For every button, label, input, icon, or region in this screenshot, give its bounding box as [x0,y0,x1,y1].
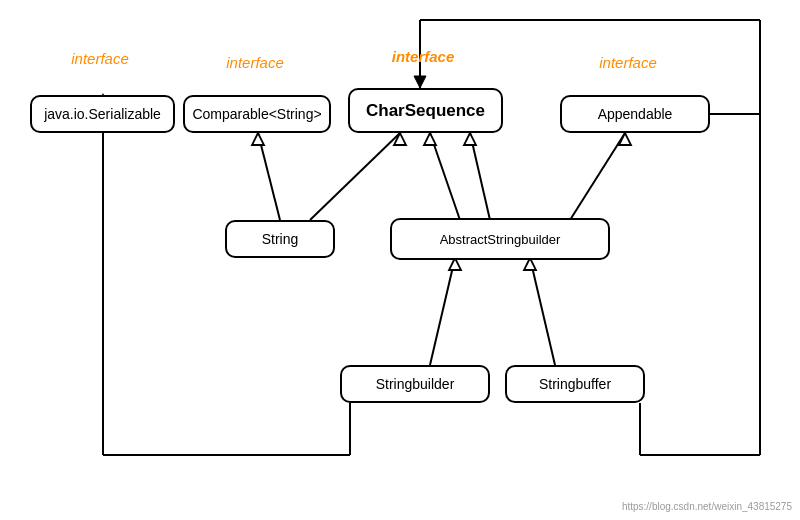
comparable-node: Comparable<String> [183,95,331,133]
stringbuffer-label: Stringbuffer [539,376,611,392]
abstractstringbuilder-label: AbstractStringbuilder [440,232,561,247]
appendable-node: Appendable [560,95,710,133]
string-label: String [262,231,299,247]
watermark: https://blog.csdn.net/weixin_43815275 [622,501,792,512]
charsequence-label: CharSequence [366,101,485,121]
stringbuilder-label: Stringbuilder [376,376,455,392]
stringbuilder-node: Stringbuilder [340,365,490,403]
serializable-label: java.io.Serializable [44,106,161,122]
svg-marker-11 [464,133,476,145]
svg-line-6 [310,133,400,220]
svg-marker-5 [252,133,264,145]
string-node: String [225,220,335,258]
charsequence-node: CharSequence [348,88,503,133]
comparable-interface-label: interface [200,54,310,71]
appendable-interface-label: interface [568,54,688,71]
svg-line-14 [430,258,455,365]
svg-line-12 [570,133,625,220]
serializable-node: java.io.Serializable [30,95,175,133]
svg-marker-7 [394,133,406,145]
svg-line-4 [258,133,280,220]
svg-line-10 [470,133,490,220]
serializable-interface-label: interface [50,50,150,67]
charsequence-interface-label: interface [358,48,488,65]
stringbuffer-node: Stringbuffer [505,365,645,403]
comparable-label: Comparable<String> [192,106,321,122]
appendable-label: Appendable [598,106,673,122]
diagram: interface interface interface interface … [0,0,800,520]
abstractstringbuilder-node: AbstractStringbuilder [390,218,610,260]
svg-line-8 [430,133,460,220]
svg-marker-9 [424,133,436,145]
svg-line-16 [530,258,555,365]
svg-marker-13 [619,133,631,145]
svg-marker-23 [414,76,426,88]
